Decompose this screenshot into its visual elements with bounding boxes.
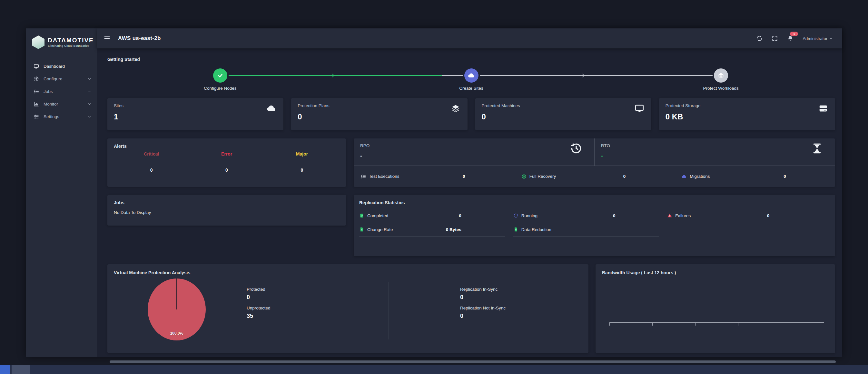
alert-major[interactable]: Major 0 (265, 151, 340, 173)
stat-label: Failures (675, 213, 691, 218)
target-icon (521, 174, 527, 179)
data-reduction-stat: Data Reduction (513, 223, 659, 237)
stat-label: Completed (367, 213, 388, 218)
layers-icon (451, 104, 460, 113)
stat-value: 0 (783, 174, 786, 179)
stepper-line-2 (480, 75, 713, 76)
refresh-icon[interactable] (756, 35, 763, 41)
top-header: AWS us-east-2b 1 Administrator (97, 28, 842, 49)
sidebar-item-label: Monitor (43, 102, 58, 107)
history-icon (570, 143, 582, 154)
bandwidth-title: Bandwidth Usage ( Last 12 hours ) (602, 270, 829, 275)
full-recovery-stat: Full Recovery 0 (514, 174, 675, 179)
stat-label: Running (521, 213, 537, 218)
hourglass-icon (811, 143, 823, 154)
axis-tick (738, 323, 738, 325)
brand-name: DATAMOTIVE (48, 37, 94, 43)
alert-error[interactable]: Error 0 (189, 151, 264, 173)
sidebar: DATAMOTIVE Eliminating Cloud Boundaries … (26, 28, 97, 357)
warning-icon (667, 213, 672, 218)
vm-protection-analysis-card: Virtual Machine Protection Analysis 100.… (107, 264, 588, 353)
rto-pane: RTO - (595, 138, 835, 166)
sidebar-item-settings[interactable]: Settings (26, 110, 97, 123)
card-value: 0 (482, 112, 645, 121)
bell-icon (787, 35, 794, 41)
card-label: Sites (114, 103, 277, 108)
sliders-icon (34, 114, 39, 119)
bottom-taskbar-segment (11, 365, 30, 374)
bottom-taskbar-accent (0, 365, 10, 374)
unprotected-label: Unprotected (247, 306, 271, 310)
jobs-empty-message: No Data To Display (114, 210, 340, 215)
gear-icon (34, 76, 39, 82)
replication-in-sync-value: 0 (460, 294, 505, 301)
user-menu[interactable]: Administrator (803, 36, 833, 41)
sidebar-item-monitor[interactable]: Monitor (26, 98, 97, 110)
sidebar-item-jobs[interactable]: Jobs (26, 85, 97, 98)
protected-label: Protected (247, 287, 271, 292)
step-create-sites[interactable]: Create Sites (439, 68, 504, 91)
summary-cards-row: Sites 1 Protection Plans 0 Protected Mac… (107, 98, 835, 131)
sidebar-item-label: Configure (43, 77, 63, 81)
step-protect-workloads[interactable]: Protect Workloads (689, 68, 753, 91)
replication-statistics-title: Replication Statistics (359, 200, 813, 205)
severity-count: 0 (114, 168, 189, 173)
bandwidth-usage-card: Bandwidth Usage ( Last 12 hours ) (595, 264, 835, 353)
stat-label: Test Executions (369, 174, 400, 179)
stat-label: Data Reduction (521, 227, 551, 232)
chevron-down-icon (87, 77, 92, 81)
severity-label: Critical (114, 151, 189, 156)
sidebar-item-dashboard[interactable]: Dashboard (26, 60, 97, 73)
divider (195, 162, 258, 162)
test-executions-stat: Test Executions 0 (354, 174, 514, 179)
getting-started-stepper: Configure Nodes Create Sites Protect Wor… (107, 63, 835, 94)
protection-plans-card[interactable]: Protection Plans 0 (291, 98, 467, 131)
monitor-icon (34, 64, 39, 69)
cloud-icon (267, 104, 276, 113)
step-configure-nodes[interactable]: Configure Nodes (188, 68, 252, 91)
page-title: AWS us-east-2b (118, 35, 161, 41)
axis-tick (781, 323, 781, 325)
replication-not-in-sync-value: 0 (460, 313, 505, 319)
alert-critical[interactable]: Critical 0 (114, 151, 189, 173)
app-window: DATAMOTIVE Eliminating Cloud Boundaries … (26, 28, 842, 357)
axis-tick (610, 323, 610, 325)
chevron-down-icon (829, 37, 833, 40)
severity-count: 0 (265, 168, 340, 173)
stat-label: Migrations (690, 174, 710, 179)
user-menu-label: Administrator (803, 36, 827, 41)
notifications-button[interactable]: 1 (787, 35, 794, 41)
brand-hexagon-icon (32, 35, 44, 49)
horizontal-scrollbar[interactable] (110, 361, 836, 363)
sidebar-item-configure[interactable]: Configure (26, 73, 97, 85)
pie-slice-boundary (176, 279, 177, 310)
severity-label: Major (265, 151, 340, 156)
cloud-icon (682, 174, 687, 179)
card-value: 1 (114, 112, 277, 121)
brand-logo: DATAMOTIVE Eliminating Cloud Boundaries (26, 35, 97, 49)
protection-pie-chart[interactable]: 100.0% (148, 279, 206, 340)
cloud-icon (468, 72, 475, 79)
replication-not-in-sync-label: Replication Not In-Sync (460, 306, 505, 310)
monitor-icon (634, 104, 644, 113)
protected-storage-card[interactable]: Protected Storage 0 KB (659, 98, 835, 131)
axis-tick (695, 323, 695, 325)
fullscreen-icon[interactable] (772, 35, 778, 41)
pie-percent-label: 100.0% (148, 331, 206, 336)
sidebar-item-label: Settings (43, 114, 59, 119)
rto-label: RTO (601, 143, 829, 148)
hamburger-menu-icon[interactable] (104, 35, 110, 41)
protected-machines-card[interactable]: Protected Machines 0 (475, 98, 651, 131)
arrow-right-icon (581, 73, 586, 78)
replication-in-sync-label: Replication In-Sync (460, 287, 505, 292)
unprotected-value: 35 (247, 313, 271, 319)
divider (120, 162, 183, 162)
chevron-down-icon (87, 89, 92, 93)
stat-value: 0 Bytes (446, 227, 461, 232)
file-icon (359, 227, 364, 232)
storage-icon (818, 104, 828, 113)
sites-card[interactable]: Sites 1 (107, 98, 283, 131)
protected-value: 0 (247, 294, 271, 301)
step-label: Protect Workloads (703, 86, 739, 91)
stat-value: 0 (463, 174, 465, 179)
